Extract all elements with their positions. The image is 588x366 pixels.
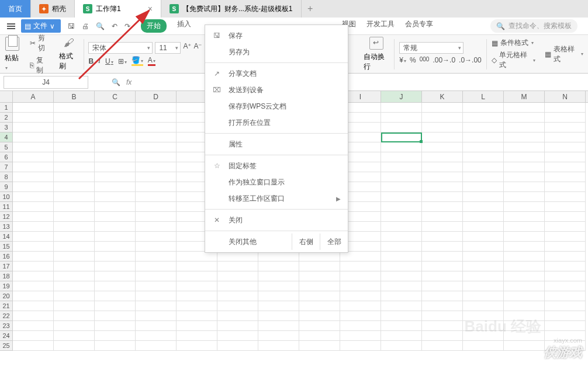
cell[interactable] xyxy=(422,162,463,172)
cell[interactable] xyxy=(54,232,95,242)
cell[interactable] xyxy=(381,142,422,152)
cell[interactable] xyxy=(299,281,340,291)
cell[interactable] xyxy=(545,172,586,182)
cell[interactable] xyxy=(177,321,217,331)
tab-dev[interactable]: 开发工具 xyxy=(366,19,395,33)
percent-button[interactable]: % xyxy=(410,56,416,66)
cell[interactable] xyxy=(545,301,586,311)
cell[interactable] xyxy=(95,192,136,202)
row-header[interactable]: 10 xyxy=(0,192,13,202)
decrease-font-icon[interactable]: A⁻ xyxy=(193,42,202,54)
col-L[interactable]: L xyxy=(463,91,504,102)
row-header[interactable]: 5 xyxy=(0,142,13,152)
cell[interactable] xyxy=(54,152,95,162)
cell[interactable] xyxy=(422,281,463,291)
cell[interactable] xyxy=(545,142,586,152)
cell[interactable] xyxy=(217,301,258,311)
table-style-button[interactable]: ▦表格样式 xyxy=(545,44,583,64)
cell[interactable] xyxy=(13,301,54,311)
cell[interactable] xyxy=(381,133,422,142)
cell[interactable] xyxy=(136,212,177,222)
cell[interactable] xyxy=(381,232,422,242)
row-header[interactable]: 13 xyxy=(0,222,13,232)
cell[interactable] xyxy=(422,232,463,242)
cell[interactable] xyxy=(258,291,299,301)
cell[interactable] xyxy=(504,212,545,222)
cell[interactable] xyxy=(54,281,95,291)
cell[interactable] xyxy=(381,152,422,162)
cell[interactable] xyxy=(13,202,54,212)
cell[interactable] xyxy=(54,271,95,281)
cell[interactable] xyxy=(258,281,299,291)
cell[interactable] xyxy=(54,222,95,232)
cell[interactable] xyxy=(381,162,422,172)
increase-font-icon[interactable]: A⁺ xyxy=(183,42,191,54)
cell[interactable] xyxy=(340,252,381,262)
cut-button[interactable]: ✂剪切 xyxy=(30,33,50,53)
cell[interactable] xyxy=(136,301,177,311)
cell[interactable] xyxy=(299,311,340,321)
ctx-properties[interactable]: 属性 xyxy=(205,136,348,152)
cell[interactable] xyxy=(217,341,258,351)
wrap-text-button[interactable]: 自动换行 xyxy=(364,52,389,72)
cell[interactable] xyxy=(381,291,422,301)
cell[interactable] xyxy=(136,341,177,351)
cell[interactable] xyxy=(504,281,545,291)
col-M[interactable]: M xyxy=(504,91,545,102)
cell[interactable] xyxy=(258,341,299,351)
cell[interactable] xyxy=(504,103,545,113)
cell[interactable] xyxy=(422,271,463,281)
row-header[interactable]: 14 xyxy=(0,232,13,242)
ctx-close-all[interactable]: 全部 xyxy=(320,233,348,250)
cell[interactable] xyxy=(422,182,463,192)
cell[interactable] xyxy=(217,331,258,341)
cell[interactable] xyxy=(136,242,177,252)
cell[interactable] xyxy=(422,262,463,271)
cell[interactable] xyxy=(381,202,422,212)
ctx-save[interactable]: 🖫保存 xyxy=(205,27,348,44)
cell[interactable] xyxy=(136,262,177,271)
cell[interactable] xyxy=(463,142,504,152)
save-icon[interactable]: 🖫 xyxy=(68,22,75,30)
cell[interactable] xyxy=(381,172,422,182)
cell[interactable] xyxy=(54,113,95,123)
cell[interactable] xyxy=(13,222,54,232)
tab-template[interactable]: S 【免费试用】财务...系统-超级模板1 xyxy=(161,0,302,18)
currency-button[interactable]: ¥ xyxy=(399,56,406,66)
cell[interactable] xyxy=(95,182,136,192)
cell[interactable] xyxy=(299,291,340,301)
cell[interactable] xyxy=(504,123,545,133)
tab-home[interactable]: 首页 xyxy=(0,0,31,18)
wrap-text-icon[interactable] xyxy=(369,37,383,50)
cell[interactable] xyxy=(95,103,136,113)
cell[interactable] xyxy=(422,212,463,222)
cell[interactable] xyxy=(54,321,95,331)
paste-button[interactable]: 粘贴 xyxy=(5,53,20,71)
cell[interactable] xyxy=(54,242,95,252)
cell[interactable] xyxy=(177,262,217,271)
cell[interactable] xyxy=(504,222,545,232)
cell[interactable] xyxy=(504,172,545,182)
cell[interactable] xyxy=(463,341,504,351)
cell[interactable] xyxy=(177,331,217,341)
col-K[interactable]: K xyxy=(422,91,463,102)
cell[interactable] xyxy=(217,271,258,281)
cell[interactable] xyxy=(299,301,340,311)
cell[interactable] xyxy=(54,192,95,202)
cell[interactable] xyxy=(95,133,136,142)
cell[interactable] xyxy=(463,152,504,162)
cell[interactable] xyxy=(13,152,54,162)
cell[interactable] xyxy=(13,311,54,321)
cell[interactable] xyxy=(13,142,54,152)
cell[interactable] xyxy=(13,103,54,113)
cell[interactable] xyxy=(422,341,463,351)
cell[interactable] xyxy=(504,142,545,152)
cell[interactable] xyxy=(136,202,177,212)
cell[interactable] xyxy=(381,192,422,202)
cell[interactable] xyxy=(217,252,258,262)
cell[interactable] xyxy=(13,262,54,271)
cell[interactable] xyxy=(13,321,54,331)
cell[interactable] xyxy=(463,192,504,202)
cell[interactable] xyxy=(13,182,54,192)
cell[interactable] xyxy=(463,202,504,212)
